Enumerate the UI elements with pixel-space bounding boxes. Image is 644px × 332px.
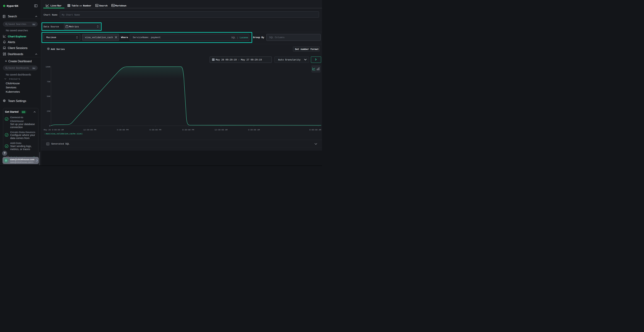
svg-text:3:30:00 AM: 3:30:00 AM: [248, 129, 260, 131]
svg-text:0: 0: [49, 125, 50, 127]
svg-text:6:30:00 PM: 6:30:00 PM: [149, 129, 161, 131]
svg-text:25K: 25K: [47, 110, 50, 112]
svg-text:9:00:00 AM: 9:00:00 AM: [309, 129, 321, 131]
svg-text:May 26 9:00:00 AM: May 26 9:00:00 AM: [44, 129, 64, 131]
svg-text:12:30:00 AM: 12:30:00 AM: [214, 129, 228, 131]
svg-text:100K: 100K: [46, 66, 50, 68]
svg-text:75K: 75K: [47, 80, 50, 83]
svg-text:3:30:00 PM: 3:30:00 PM: [117, 129, 128, 131]
svg-text:9:30:00 PM: 9:30:00 PM: [182, 129, 194, 131]
svg-text:12:30:00 PM: 12:30:00 PM: [83, 129, 96, 131]
svg-text:50K: 50K: [47, 95, 50, 98]
